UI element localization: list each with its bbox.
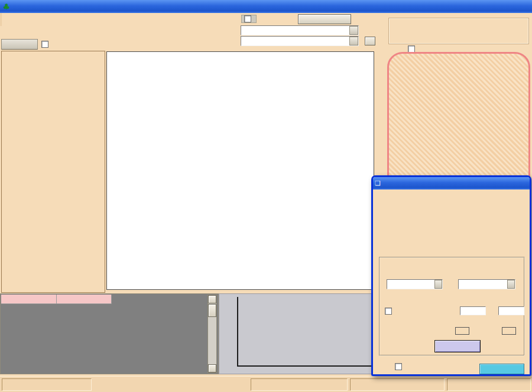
legend-panel (1, 51, 105, 293)
status-bar (0, 376, 532, 392)
dialog-titlebar[interactable]: ❏ (373, 177, 530, 190)
layer-dropdown-arrow-icon[interactable] (349, 26, 358, 35)
occurance-time-checkbox[interactable] (385, 308, 392, 315)
to-hrs-input[interactable] (498, 306, 524, 315)
app-logo-tree-icon: ♣ (3, 3, 10, 11)
scroll-up-icon[interactable] (208, 295, 216, 303)
table-scrollbar[interactable] (207, 295, 217, 373)
map-tips-toggle[interactable] (241, 15, 257, 23)
crime-bar-chart (219, 293, 379, 374)
layer-dropdown[interactable] (241, 25, 359, 35)
status-inch-scale (251, 378, 348, 391)
hierarchy-options (389, 23, 528, 25)
toolbar-icons (0, 26, 3, 40)
chart-y-axis (237, 297, 238, 367)
ps-table-pane (0, 293, 219, 374)
field-dropdown-arrow-icon[interactable] (349, 37, 358, 45)
col-header-ps-code[interactable] (1, 295, 57, 304)
fir-to-dropdown[interactable] (458, 279, 515, 289)
map-tips-checkbox[interactable] (244, 15, 251, 22)
override-defaults[interactable] (41, 41, 51, 48)
layer-dropdown-value (241, 26, 349, 35)
field-dropdown[interactable] (241, 36, 359, 46)
scroll-thumb[interactable] (208, 304, 216, 317)
status-scale (350, 378, 445, 391)
district-map-svg (107, 52, 374, 289)
min-color-swatch[interactable] (455, 327, 469, 335)
override-defaults-checkbox[interactable] (41, 41, 48, 48)
chart-display-option[interactable] (395, 363, 406, 370)
map-canvas[interactable] (106, 51, 374, 290)
from-hrs-input[interactable] (460, 306, 486, 315)
fir-to-arrow-icon[interactable] (507, 280, 515, 289)
window-titlebar: ♣ (0, 0, 532, 13)
table-header (1, 295, 112, 304)
col-header-police-station[interactable] (57, 295, 112, 304)
generate-button[interactable] (434, 340, 481, 352)
field-dropdown-value (241, 37, 349, 45)
exit-button[interactable] (479, 364, 524, 374)
status-coordinates (2, 378, 92, 391)
print-map-button[interactable] (298, 14, 351, 24)
hierarchy-group (388, 18, 529, 44)
scroll-down-icon[interactable] (208, 364, 216, 373)
application-window: ♣ (0, 0, 532, 392)
field-action-button[interactable] (365, 37, 375, 45)
chart-x-axis (237, 365, 377, 367)
occurance-time-option[interactable] (385, 308, 397, 315)
fir-from-arrow-icon[interactable] (434, 280, 442, 289)
fir-from-dropdown[interactable] (387, 279, 443, 289)
status-info (447, 378, 531, 391)
fir-to-value (459, 280, 507, 289)
fir-from-value (387, 280, 434, 289)
legend-tab[interactable] (1, 39, 38, 50)
max-color-swatch[interactable] (502, 327, 516, 335)
ps-table (1, 295, 112, 304)
date-range-dialog: ❏ (371, 175, 531, 376)
dialog-window-icon: ❏ (375, 179, 381, 187)
chart-display-checkbox[interactable] (395, 363, 402, 370)
